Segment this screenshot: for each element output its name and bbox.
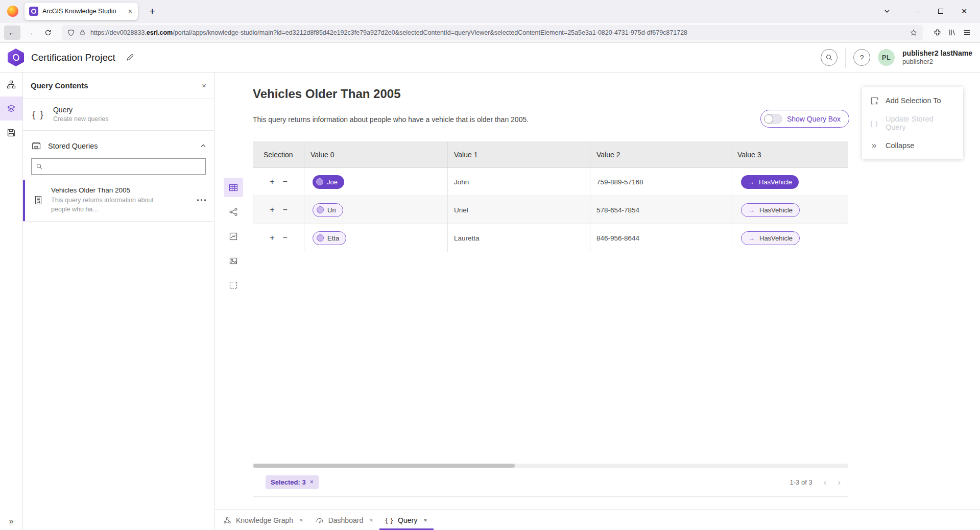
braces-icon: { }	[32, 109, 44, 120]
user-role: publisher2	[902, 58, 972, 66]
stored-queries-label: Stored Queries	[48, 142, 98, 150]
chevron-up-icon[interactable]	[200, 143, 206, 149]
remove-from-selection-button[interactable]: −	[283, 205, 288, 214]
browser-tab[interactable]: ArcGIS Knowledge Studio ×	[25, 3, 138, 20]
next-page-icon[interactable]: ›	[838, 478, 841, 487]
avatar[interactable]: PL	[878, 49, 895, 66]
knowledge-graph-icon	[223, 516, 231, 524]
show-query-box-toggle[interactable]: Show Query Box	[760, 110, 849, 128]
add-selection-icon	[870, 97, 879, 105]
stored-queries-search[interactable]	[31, 158, 206, 175]
show-query-box-label: Show Query Box	[787, 115, 841, 123]
user-name: publisher2 lastName	[902, 49, 972, 58]
query-item-title: Query	[53, 106, 108, 114]
add-to-selection-button[interactable]: +	[270, 177, 274, 186]
arrow-right-icon: →	[748, 206, 755, 214]
page-description: This query returns information about peo…	[253, 115, 529, 124]
stored-query-title: Vehicles Older Than 2005	[51, 186, 162, 194]
add-to-selection-button[interactable]: +	[270, 205, 274, 214]
table-row: + − Uri Uriel 578-654-7854 →HasVehicle	[253, 196, 848, 224]
item-options-icon[interactable]	[196, 197, 207, 203]
relationship-pill[interactable]: →HasVehicle	[741, 175, 799, 189]
forward-button[interactable]: →	[22, 26, 38, 40]
tab-query[interactable]: { } Query ×	[379, 510, 434, 530]
stored-query-item[interactable]: Vehicles Older Than 2005 This query retu…	[23, 180, 214, 222]
entity-pill[interactable]: Joe	[313, 175, 344, 189]
stored-queries-header[interactable]: Stored Queries	[23, 131, 214, 156]
prev-page-icon[interactable]: ‹	[824, 478, 827, 487]
tab-close-icon[interactable]: ×	[423, 516, 427, 524]
search-icon	[825, 54, 833, 61]
toggle-switch[interactable]	[764, 114, 782, 124]
search-input[interactable]	[46, 163, 201, 171]
entity-node-icon	[316, 178, 323, 185]
relationship-pill[interactable]: →HasVehicle	[741, 203, 800, 217]
column-header: Value 0	[304, 142, 448, 167]
tab-close-icon[interactable]: ×	[299, 516, 303, 524]
app-header: Certification Project ? PL publisher2 la…	[0, 43, 980, 73]
window-close-button[interactable]: ×	[952, 0, 976, 22]
stored-query-doc-icon	[34, 196, 43, 205]
knowledge-studio-logo	[8, 49, 24, 66]
link-chart-view-icon[interactable]	[224, 202, 243, 222]
table-footer: Selected: 3 × 1-3 of 3 ‹ ›	[253, 468, 848, 496]
window-maximize-button[interactable]	[929, 0, 952, 22]
help-button[interactable]: ?	[853, 49, 870, 66]
expand-panel-icon[interactable]: »	[0, 517, 22, 526]
tab-knowledge-graph[interactable]: Knowledge Graph ×	[217, 510, 309, 530]
entity-pill[interactable]: Etta	[313, 231, 346, 245]
remove-from-selection-button[interactable]: −	[283, 233, 288, 243]
url-bar[interactable]: https://dev0028833.esri.com/portal/apps/…	[62, 25, 923, 40]
selection-tools-icon[interactable]	[224, 276, 243, 295]
column-header: Value 2	[590, 142, 731, 167]
panel-close-icon[interactable]: ×	[202, 81, 206, 90]
search-button[interactable]	[821, 49, 838, 66]
clear-selection-icon[interactable]: ×	[310, 478, 314, 486]
rail-layers-icon[interactable]	[0, 97, 22, 121]
window-minimize-button[interactable]: —	[905, 0, 929, 22]
library-icon[interactable]	[948, 29, 956, 36]
dashboard-gauge-icon	[316, 516, 324, 524]
tab-close-icon[interactable]: ×	[127, 7, 133, 15]
query-item[interactable]: { } Query Create new queries	[23, 99, 214, 131]
query-item-subtitle: Create new queries	[53, 115, 108, 123]
relationship-pill[interactable]: →HasVehicle	[741, 231, 800, 245]
tracking-shield-icon[interactable]	[67, 29, 75, 36]
selected-count-label: Selected: 3	[271, 478, 306, 486]
rail-project-contents-icon[interactable]	[0, 73, 22, 97]
search-icon	[36, 163, 43, 170]
reload-button[interactable]	[40, 26, 56, 40]
table-view-icon[interactable]	[224, 178, 243, 197]
header-divider	[845, 47, 846, 68]
list-all-tabs-icon[interactable]	[884, 8, 890, 14]
chart-view-icon[interactable]	[224, 227, 243, 246]
edit-project-title-icon[interactable]	[126, 53, 134, 62]
map-view-icon[interactable]	[224, 251, 243, 271]
table-row: + − Etta Lauretta 846-956-8644 →HasVehic…	[253, 224, 848, 252]
menu-item-add-selection-to[interactable]: Add Selection To	[862, 89, 963, 112]
bookmark-star-icon[interactable]	[910, 29, 917, 36]
tab-dashboard[interactable]: Dashboard ×	[309, 510, 379, 530]
menu-item-collapse[interactable]: » Collapse	[862, 134, 963, 157]
url-text: https://dev0028833.esri.com/portal/apps/…	[90, 29, 905, 36]
add-to-selection-button[interactable]: +	[270, 233, 274, 243]
rail-save-icon[interactable]	[0, 121, 22, 144]
browser-nav-bar: ← → https://dev0028833.esri.com/portal/a…	[0, 22, 980, 43]
scrollbar-thumb[interactable]	[253, 464, 515, 468]
back-button[interactable]: ←	[4, 26, 20, 40]
entity-pill[interactable]: Uri	[313, 203, 343, 217]
browser-tab-strip: ArcGIS Knowledge Studio × + — ×	[0, 0, 980, 22]
tab-close-icon[interactable]: ×	[369, 516, 373, 524]
lock-icon[interactable]	[79, 29, 86, 36]
column-header: Selection	[253, 142, 304, 167]
firefox-icon	[7, 6, 18, 17]
column-header: Value 3	[731, 142, 848, 167]
extensions-icon[interactable]	[934, 29, 941, 36]
stored-query-description: This query returns information about peo…	[51, 196, 162, 214]
menu-hamburger-icon[interactable]	[963, 29, 971, 36]
left-rail: »	[0, 73, 23, 530]
row-range-label: 1-3 of 3	[790, 478, 812, 486]
new-tab-button[interactable]: +	[146, 5, 158, 17]
remove-from-selection-button[interactable]: −	[283, 177, 288, 186]
cell-value: 846-956-8644	[590, 224, 731, 252]
